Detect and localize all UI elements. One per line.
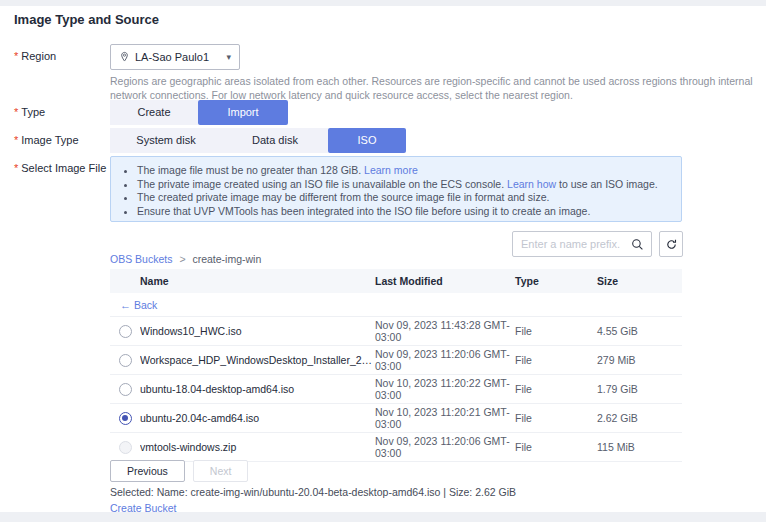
search-input[interactable] xyxy=(513,238,631,250)
image-type-option-system-disk[interactable]: System disk image xyxy=(110,128,222,153)
region-label-row: *Region xyxy=(14,50,56,62)
breadcrumb-current-bucket: create-img-win xyxy=(192,253,261,265)
select-image-file-label: Select Image File xyxy=(21,162,106,174)
image-type-label-row: *Image Type xyxy=(14,134,79,146)
file-radio[interactable] xyxy=(119,325,132,338)
radio-cell xyxy=(110,383,140,396)
type-segment-group: Create Image Import Image xyxy=(110,100,288,125)
next-button[interactable]: Next xyxy=(193,460,249,482)
header-name: Name xyxy=(140,275,375,287)
radio-cell xyxy=(110,412,140,425)
create-bucket-link[interactable]: Create Bucket xyxy=(110,502,177,514)
info-note: The created private image may be differe… xyxy=(137,191,681,205)
radio-cell xyxy=(110,354,140,367)
type-option-import-image[interactable]: Import Image xyxy=(198,100,288,125)
info-note: The image file must be no greater than 1… xyxy=(137,164,681,178)
type-label-row: *Type xyxy=(14,106,45,118)
file-last-modified: Nov 10, 2023 11:20:21 GMT-03:00 xyxy=(375,406,515,430)
file-radio[interactable] xyxy=(119,354,132,367)
breadcrumb: OBS Buckets > create-img-win xyxy=(110,253,261,265)
file-type: File xyxy=(515,441,597,453)
file-name: vmtools-windows.zip xyxy=(140,441,375,453)
note-text: The private image created using an ISO f… xyxy=(137,178,507,190)
file-size: 1.79 GiB xyxy=(597,383,682,395)
refresh-button[interactable] xyxy=(659,231,683,257)
file-search xyxy=(512,231,652,257)
back-row: ← Back xyxy=(110,293,682,317)
location-pin-icon xyxy=(119,51,130,64)
file-last-modified: Nov 09, 2023 11:20:06 GMT-03:00 xyxy=(375,435,515,459)
info-note: Ensure that UVP VMTools has been integra… xyxy=(137,205,681,219)
required-marker: * xyxy=(14,50,18,62)
required-marker: * xyxy=(14,134,18,146)
image-type-option-iso[interactable]: ISO image xyxy=(328,128,406,153)
note-text: The image file must be no greater than 1… xyxy=(137,164,364,176)
file-radio[interactable] xyxy=(119,383,132,396)
selected-file-summary: Selected: Name: create-img-win/ubuntu-20… xyxy=(110,486,516,498)
required-marker: * xyxy=(14,162,18,174)
note-text: The created private image may be differe… xyxy=(137,191,549,203)
file-type: File xyxy=(515,354,597,366)
type-label: Type xyxy=(21,106,45,118)
required-marker: * xyxy=(14,106,18,118)
image-type-option-data-disk[interactable]: Data disk image xyxy=(222,128,328,153)
header-last-modified: Last Modified xyxy=(375,275,515,287)
file-radio[interactable] xyxy=(119,412,132,425)
region-select-value: LA-Sao Paulo1 xyxy=(135,51,226,63)
image-type-and-source-page: Image Type and Source *Region LA-Sao Pau… xyxy=(0,0,766,522)
file-table-body: Windows10_HWC.iso Nov 09, 2023 11:43:28 … xyxy=(110,317,682,462)
file-last-modified: Nov 10, 2023 11:20:22 GMT-03:00 xyxy=(375,377,515,401)
note-text: Ensure that UVP VMTools has been integra… xyxy=(137,205,590,217)
back-link[interactable]: ← Back xyxy=(120,299,157,311)
radio-cell xyxy=(110,325,140,338)
search-icon[interactable] xyxy=(631,238,651,251)
radio-cell xyxy=(110,441,140,454)
region-help-text: Regions are geographic areas isolated fr… xyxy=(110,75,762,102)
file-size: 2.62 GiB xyxy=(597,412,682,424)
iso-notes-info-box: The image file must be no greater than 1… xyxy=(110,156,682,222)
table-row[interactable]: ubuntu-18.04-desktop-amd64.iso Nov 10, 2… xyxy=(110,375,682,404)
table-row[interactable]: Windows10_HWC.iso Nov 09, 2023 11:43:28 … xyxy=(110,317,682,346)
file-table: Name Last Modified Type Size ← Back Wind… xyxy=(110,269,682,462)
refresh-icon xyxy=(665,238,678,251)
file-size: 279 MiB xyxy=(597,354,682,366)
file-type: File xyxy=(515,383,597,395)
previous-button[interactable]: Previous xyxy=(110,460,185,482)
file-type: File xyxy=(515,325,597,337)
header-size: Size xyxy=(597,275,682,287)
file-last-modified: Nov 09, 2023 11:20:06 GMT-03:00 xyxy=(375,348,515,372)
chevron-down-icon: ▾ xyxy=(226,52,231,62)
file-last-modified: Nov 09, 2023 11:43:28 GMT-03:00 xyxy=(375,319,515,343)
header-type: Type xyxy=(515,275,597,287)
table-row[interactable]: ubuntu-20.04c-amd64.iso Nov 10, 2023 11:… xyxy=(110,404,682,433)
file-size: 4.55 GiB xyxy=(597,325,682,337)
file-name: Windows10_HWC.iso xyxy=(140,325,375,337)
learn-how-link[interactable]: Learn how xyxy=(507,178,556,190)
table-row[interactable]: Workspace_HDP_WindowsDesktop_Installer_2… xyxy=(110,346,682,375)
region-label: Region xyxy=(21,50,56,62)
select-image-file-label-row: *Select Image File xyxy=(14,162,106,174)
file-name: ubuntu-20.04c-amd64.iso xyxy=(140,412,375,424)
learn-more-link[interactable]: Learn more xyxy=(364,164,418,176)
file-name: Workspace_HDP_WindowsDesktop_Installer_2… xyxy=(140,354,375,366)
back-arrow-icon: ← xyxy=(120,299,131,311)
back-label: Back xyxy=(134,299,157,311)
image-type-segment-group: System disk image Data disk image ISO im… xyxy=(110,128,406,153)
image-type-label: Image Type xyxy=(21,134,78,146)
pagination: Previous Next xyxy=(110,460,248,482)
breadcrumb-separator: > xyxy=(179,253,185,265)
table-row[interactable]: vmtools-windows.zip Nov 09, 2023 11:20:0… xyxy=(110,433,682,462)
type-option-create-image[interactable]: Create Image xyxy=(110,100,198,125)
note-text: to use an ISO image. xyxy=(556,178,658,190)
file-size: 115 MiB xyxy=(597,441,682,453)
region-select[interactable]: LA-Sao Paulo1 ▾ xyxy=(110,44,240,70)
info-note: The private image created using an ISO f… xyxy=(137,178,681,192)
breadcrumb-obs-buckets-link[interactable]: OBS Buckets xyxy=(110,253,172,265)
file-table-header: Name Last Modified Type Size xyxy=(110,269,682,293)
file-name: ubuntu-18.04-desktop-amd64.iso xyxy=(140,383,375,395)
page-title: Image Type and Source xyxy=(14,12,159,27)
file-type: File xyxy=(515,412,597,424)
file-radio[interactable] xyxy=(119,441,132,454)
